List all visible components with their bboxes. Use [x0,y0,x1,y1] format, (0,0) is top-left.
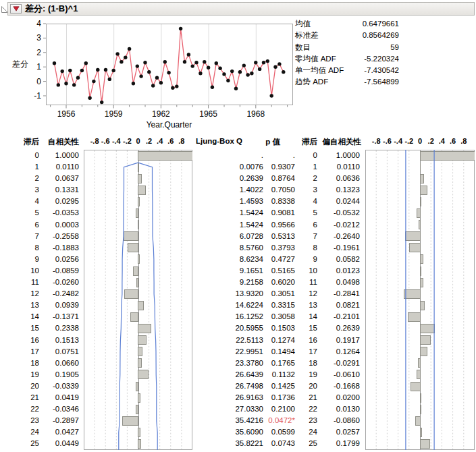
acf-lag-cell[interactable]: 2 [14,173,39,184]
pacf-bar[interactable] [420,440,430,449]
series-point[interactable] [191,64,194,67]
ljung-q-cell[interactable]: 26.6439 [189,369,263,380]
acf-bar[interactable] [138,324,151,333]
series-point[interactable] [207,66,210,69]
acf-bar[interactable] [138,428,140,436]
series-point[interactable] [136,64,139,67]
acf-lag-cell[interactable]: 23 [14,415,39,426]
acf-lag-cell[interactable]: 20 [14,380,39,392]
series-point[interactable] [72,83,76,86]
series-point[interactable] [143,61,147,64]
series-point[interactable] [155,76,159,80]
pacf-bar[interactable] [409,244,420,252]
acf-value-cell[interactable]: -0.0859 [38,265,79,277]
acf-value-cell[interactable]: 0.1513 [38,335,79,346]
ljung-q-cell[interactable]: 35.4216 [189,415,263,426]
series-point[interactable] [242,63,246,67]
acf-lag-cell[interactable]: 16 [14,335,39,346]
acf-bar[interactable] [138,370,149,379]
acf-value-cell[interactable]: 0.1331 [38,184,79,196]
acf-lag-cell[interactable]: 25 [14,438,39,449]
pacf-value-cell[interactable]: -0.0610 [307,369,360,380]
acf-value-cell[interactable]: 0.0939 [38,300,79,311]
acf-lag-cell[interactable]: 1 [14,161,39,173]
ljung-p-cell[interactable]: 0.9081 [260,207,295,219]
ljung-p-cell[interactable]: 0.7050 [260,184,295,196]
series-point[interactable] [226,79,230,82]
pacf-bar[interactable] [420,393,421,402]
acf-bar[interactable] [130,312,138,321]
acf-value-cell[interactable]: -0.0339 [38,380,79,392]
series-point[interactable] [238,70,242,74]
series-point[interactable] [183,60,186,63]
ljung-p-cell[interactable]: 0.3051 [260,288,295,300]
acf-bar[interactable] [138,336,147,345]
ljung-q-cell[interactable]: 14.6224 [189,300,263,311]
series-point[interactable] [258,67,261,71]
series-point[interactable] [163,60,167,63]
acf-lag-cell[interactable]: 24 [14,426,39,438]
series-point[interactable] [53,61,56,65]
series-point[interactable] [100,101,103,104]
ljung-p-cell[interactable]: 0.3315 [260,300,295,311]
pacf-value-cell[interactable]: 0.0123 [307,265,360,277]
series-point[interactable] [270,94,273,97]
series-point[interactable] [171,86,174,90]
acf-bar-plot[interactable] [84,150,192,450]
pacf-value-cell[interactable]: 0.0257 [307,426,360,438]
acf-bar[interactable] [138,174,142,183]
ljung-q-cell[interactable]: 1.4022 [189,184,263,196]
acf-bar[interactable] [125,289,138,298]
series-point[interactable] [151,84,155,87]
series-point[interactable] [57,83,60,86]
pacf-value-cell[interactable]: 1.0000 [307,150,360,161]
pacf-bar[interactable] [420,301,425,310]
ljung-q-cell[interactable]: 8.5760 [189,242,263,254]
acf-bar[interactable] [138,186,146,194]
time-series-plot[interactable]: 43210-119561959196219651968Year.Quarter差… [0,16,297,134]
ljung-q-cell[interactable]: 23.3780 [189,358,263,369]
ljung-p-cell[interactable]: 0.5313 [260,231,295,242]
pacf-value-cell[interactable]: -0.0291 [307,358,360,369]
pacf-value-cell[interactable]: 0.0110 [307,161,360,173]
series-point[interactable] [254,61,257,64]
pacf-value-cell[interactable]: 0.1917 [307,335,360,346]
acf-lag-cell[interactable]: 7 [14,231,39,242]
ljung-q-cell[interactable]: . [189,150,263,161]
series-point[interactable] [215,61,218,65]
series-point[interactable] [159,81,163,84]
pacf-bar-plot[interactable] [365,150,475,450]
series-point[interactable] [218,67,221,70]
ljung-p-cell[interactable]: 0.0472* [260,415,295,426]
series-point[interactable] [230,69,234,73]
pacf-value-cell[interactable]: -0.0532 [307,207,360,219]
series-point[interactable] [84,61,88,65]
acf-bar[interactable] [136,209,138,218]
acf-bar[interactable] [136,405,138,414]
ljung-p-cell[interactable]: 0.0599 [260,426,295,438]
pacf-value-cell[interactable]: -0.0860 [307,415,360,426]
acf-bar[interactable] [138,347,142,356]
acf-bar[interactable] [138,255,140,264]
pacf-value-cell[interactable]: 0.1323 [307,184,360,196]
acf-bar[interactable] [122,416,138,425]
series-point[interactable] [167,71,170,74]
acf-bar[interactable] [124,232,138,241]
ljung-p-cell[interactable]: 0.6020 [260,277,295,288]
ljung-q-cell[interactable]: 0.2639 [189,173,263,184]
pacf-bar[interactable] [420,197,421,206]
acf-value-cell[interactable]: 0.0295 [38,196,79,207]
ljung-p-cell[interactable]: 0.5165 [260,265,295,277]
pacf-value-cell[interactable]: 0.0498 [307,277,360,288]
pacf-value-cell[interactable]: -0.2841 [307,288,360,300]
acf-value-cell[interactable]: 0.0637 [38,173,79,184]
pacf-bar[interactable] [420,186,427,194]
acf-bar[interactable] [136,278,138,287]
acf-lag-cell[interactable]: 15 [14,322,39,334]
acf-value-cell[interactable]: 1.0000 [38,150,79,161]
acf-bar[interactable] [138,440,141,449]
acf-lag-cell[interactable]: 10 [14,265,39,277]
series-point[interactable] [80,69,84,72]
pacf-bar[interactable] [417,370,420,379]
ljung-p-cell[interactable]: 0.1274 [260,335,295,346]
